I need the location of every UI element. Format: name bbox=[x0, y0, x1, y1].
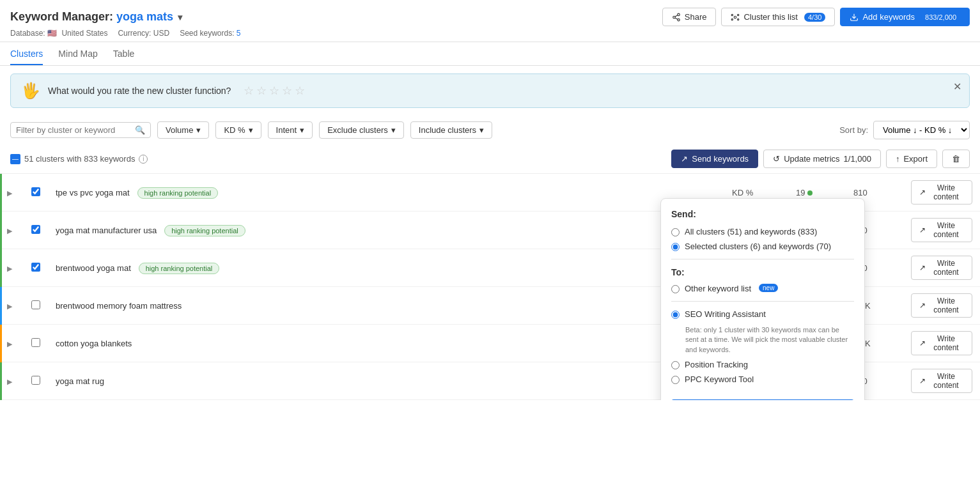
position-tracking-radio[interactable] bbox=[671, 361, 680, 369]
star-4[interactable]: ☆ bbox=[282, 84, 292, 98]
intent-filter-button[interactable]: Intent ▾ bbox=[268, 121, 313, 139]
cluster-name: tpe vs pvc yoga mat bbox=[56, 188, 130, 197]
search-box[interactable]: 🔍 bbox=[10, 122, 151, 138]
update-label: Update metrics bbox=[784, 154, 839, 164]
to-section: To: Other keyword list new SEO Writing A… bbox=[671, 267, 854, 384]
volume-filter-button[interactable]: Volume ▾ bbox=[157, 121, 209, 139]
position-tracking-label: Position Tracking bbox=[685, 360, 748, 369]
exclude-clusters-button[interactable]: Exclude clusters ▾ bbox=[319, 121, 404, 139]
action-cell: ↗ Write content bbox=[903, 325, 980, 362]
send-icon: ↗ bbox=[681, 154, 688, 164]
delete-button[interactable]: 🗑 bbox=[942, 150, 970, 168]
star-3[interactable]: ☆ bbox=[269, 84, 279, 98]
write-content-button[interactable]: ↗ Write content bbox=[911, 256, 972, 280]
svg-point-1 bbox=[673, 16, 676, 19]
expand-icon[interactable]: ▶ bbox=[7, 378, 12, 385]
option-seo-writing[interactable]: SEO Writing Assistant bbox=[671, 309, 854, 319]
option-all-clusters[interactable]: All clusters (51) and keywords (833) bbox=[671, 227, 854, 236]
option-all-radio[interactable] bbox=[671, 228, 680, 236]
ppc-tool-radio[interactable] bbox=[671, 376, 680, 384]
include-clusters-button[interactable]: Include clusters ▾ bbox=[410, 121, 492, 139]
volume-caret: ▾ bbox=[196, 125, 201, 135]
title-prefix: Keyword Manager: bbox=[10, 10, 113, 23]
expand-icon[interactable]: ▶ bbox=[7, 265, 12, 272]
cluster-count: 51 clusters with 833 keywords i bbox=[10, 154, 148, 164]
star-5[interactable]: ☆ bbox=[295, 84, 305, 98]
share-button[interactable]: Share bbox=[662, 8, 717, 26]
panel-divider bbox=[671, 259, 854, 259]
checkbox-cell bbox=[24, 249, 48, 287]
cluster-name: brentwood memory foam mattress bbox=[56, 301, 182, 311]
checkbox-cell bbox=[24, 287, 48, 325]
export-icon: ↑ bbox=[896, 154, 900, 164]
row-checkbox[interactable] bbox=[31, 376, 40, 385]
search-input[interactable] bbox=[16, 125, 131, 135]
kd-filter-button[interactable]: KD % ▾ bbox=[215, 121, 261, 139]
write-content-button[interactable]: ↗ Write content bbox=[911, 293, 972, 318]
tab-clusters[interactable]: Clusters bbox=[10, 42, 43, 65]
volume-label: Volume bbox=[166, 125, 193, 135]
cluster-name-cell: tpe vs pvc yoga mat high ranking potenti… bbox=[48, 174, 724, 212]
close-banner-button[interactable]: ✕ bbox=[953, 81, 961, 93]
sort-section: Sort by: Volume ↓ - KD % ↓ Volume ↑ - KD… bbox=[839, 121, 970, 139]
cluster-icon bbox=[731, 13, 740, 22]
write-content-button[interactable]: ↗ Write content bbox=[911, 369, 972, 393]
option-ppc-tool[interactable]: PPC Keyword Tool bbox=[671, 374, 854, 384]
seed-keywords-link[interactable]: 5 bbox=[237, 29, 241, 38]
apply-button[interactable]: Apply bbox=[671, 399, 854, 400]
write-content-button[interactable]: ↗ Write content bbox=[911, 180, 972, 205]
add-keywords-button[interactable]: Add keywords 833/2,000 bbox=[840, 8, 970, 26]
select-all-checkbox[interactable] bbox=[10, 154, 20, 164]
hand-icon: 🖐️ bbox=[21, 82, 40, 100]
expand-icon[interactable]: ▶ bbox=[7, 302, 12, 310]
sort-label: Sort by: bbox=[839, 125, 868, 135]
rating-banner: 🖐️ What would you rate the new cluster f… bbox=[10, 73, 970, 108]
other-kw-radio[interactable] bbox=[671, 285, 680, 293]
cluster-list-button[interactable]: Cluster this list 4/30 bbox=[721, 8, 835, 26]
row-checkbox[interactable] bbox=[31, 263, 40, 272]
send-keywords-button[interactable]: ↗ Send keywords bbox=[671, 150, 758, 168]
row-checkbox[interactable] bbox=[31, 300, 40, 309]
row-checkbox[interactable] bbox=[31, 187, 40, 196]
expand-cell: ▶ bbox=[1, 249, 24, 287]
sort-select[interactable]: Volume ↓ - KD % ↓ Volume ↑ - KD % ↑ KD %… bbox=[873, 121, 970, 139]
write-content-button[interactable]: ↗ Write content bbox=[911, 331, 972, 355]
row-checkbox[interactable] bbox=[31, 338, 40, 347]
intent-caret: ▾ bbox=[300, 125, 304, 135]
tab-table[interactable]: Table bbox=[113, 42, 134, 65]
expand-icon[interactable]: ▶ bbox=[7, 340, 12, 348]
option-selected-radio[interactable] bbox=[671, 243, 680, 251]
export-label: Export bbox=[903, 154, 928, 164]
dropdown-caret-icon[interactable]: ▾ bbox=[178, 12, 182, 22]
expand-cell: ▶ bbox=[1, 174, 24, 212]
option-position-tracking[interactable]: Position Tracking bbox=[671, 360, 854, 369]
intent-label: Intent bbox=[276, 125, 297, 135]
write-icon: ↗ bbox=[919, 301, 926, 310]
count-text: 51 clusters with 833 keywords bbox=[24, 154, 135, 164]
send-panel-title: Send: bbox=[671, 209, 854, 219]
write-content-button[interactable]: ↗ Write content bbox=[911, 218, 972, 242]
star-rating[interactable]: ☆ ☆ ☆ ☆ ☆ bbox=[244, 84, 305, 98]
expand-icon[interactable]: ▶ bbox=[7, 227, 12, 235]
update-metrics-button[interactable]: ↺ Update metrics 1/1,000 bbox=[763, 150, 881, 168]
star-2[interactable]: ☆ bbox=[256, 84, 267, 98]
action-cell: ↗ Write content bbox=[903, 249, 980, 287]
kd-label: KD % bbox=[224, 125, 245, 135]
export-button[interactable]: ↑ Export bbox=[886, 150, 937, 168]
seo-writing-label: SEO Writing Assistant bbox=[685, 309, 766, 319]
star-1[interactable]: ☆ bbox=[244, 84, 254, 98]
write-icon: ↗ bbox=[919, 188, 926, 197]
expand-icon[interactable]: ▶ bbox=[7, 189, 12, 197]
expand-cell: ▶ bbox=[1, 212, 24, 249]
share-icon bbox=[672, 13, 681, 22]
seo-writing-radio[interactable] bbox=[671, 311, 680, 319]
database-label: Database: 🇺🇸 United States bbox=[10, 29, 107, 38]
list-actions: ↗ Send keywords ↺ Update metrics 1/1,000… bbox=[671, 150, 970, 168]
write-icon: ↗ bbox=[919, 339, 926, 348]
tab-mindmap[interactable]: Mind Map bbox=[58, 42, 97, 65]
row-checkbox[interactable] bbox=[31, 225, 40, 234]
option-selected-clusters[interactable]: Selected clusters (6) and keywords (70) bbox=[671, 242, 854, 251]
info-icon[interactable]: i bbox=[139, 155, 148, 164]
option-other-kw[interactable]: Other keyword list new bbox=[671, 284, 854, 293]
cluster-list-label: Cluster this list bbox=[743, 12, 798, 22]
